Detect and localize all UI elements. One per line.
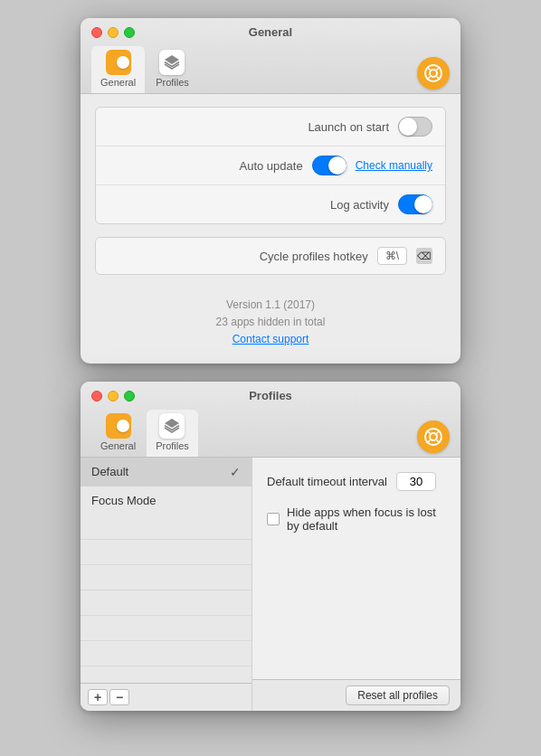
empty-row-5 — [81, 616, 252, 641]
profile-item-focus-mode-label: Focus Mode — [91, 494, 157, 507]
svg-point-7 — [430, 433, 437, 440]
hotkey-value: ⌘\ — [385, 250, 399, 262]
tab-general[interactable]: General — [91, 46, 145, 93]
version-section: Version 1.1 (2017) 23 apps hidden in tot… — [81, 288, 460, 364]
general-window: General General — [81, 18, 460, 364]
profiles-minimize-button[interactable] — [108, 391, 119, 402]
empty-row-3 — [81, 565, 252, 591]
profiles-lifebuoy-icon — [423, 427, 443, 447]
toggle-knob-3 — [414, 195, 432, 213]
donate-button[interactable] — [417, 57, 450, 90]
profile-item-default-label: Default — [91, 465, 128, 478]
launch-on-start-toggle[interactable] — [398, 117, 432, 137]
profiles-donate-button[interactable] — [417, 421, 450, 453]
empty-row-6 — [81, 641, 252, 666]
profile-selected-check-icon: ✓ — [230, 465, 241, 479]
empty-row-1 — [81, 515, 252, 540]
profiles-general-tab-icon — [106, 413, 131, 439]
profiles-close-button[interactable] — [91, 391, 102, 402]
auto-update-row: Auto update Check manually — [96, 146, 445, 185]
auto-update-toggle[interactable] — [312, 156, 346, 175]
log-activity-toggle[interactable] — [398, 194, 432, 214]
log-activity-row: Log activity — [96, 185, 445, 223]
version-text: Version 1.1 (2017) — [95, 297, 446, 314]
reset-all-profiles-button[interactable]: Reset all profiles — [346, 685, 450, 705]
profiles-main-container: Default timeout interval Hide apps when … — [252, 458, 460, 711]
profiles-window: Profiles General — [81, 382, 460, 711]
maximize-button[interactable] — [124, 27, 135, 38]
svg-point-1 — [430, 70, 437, 77]
timeout-row: Default timeout interval — [267, 472, 446, 491]
general-content: Launch on start Auto update Check manual… — [81, 107, 460, 364]
general-titlebar: General General — [81, 18, 460, 94]
hide-apps-label: Hide apps when focus is lost by default — [287, 506, 446, 533]
add-profile-button[interactable]: + — [88, 689, 108, 705]
hide-apps-checkbox[interactable] — [267, 513, 280, 525]
launch-on-start-label: Launch on start — [109, 120, 389, 134]
profiles-tab-icon — [159, 50, 185, 75]
profiles-profiles-tab-icon — [159, 413, 185, 439]
profiles-tab-profiles[interactable]: Profiles — [147, 410, 198, 457]
hotkey-section: Cycle profiles hotkey ⌘\ ⌫ — [95, 237, 446, 275]
profile-empty-rows — [81, 515, 252, 683]
profiles-general-tab-label: General — [100, 440, 136, 451]
toggle-knob-2 — [328, 156, 346, 175]
profiles-tab-label: Profiles — [156, 77, 189, 88]
profiles-sidebar-footer: + − — [81, 683, 252, 711]
layers-svg-icon — [163, 53, 181, 71]
profiles-sidebar: Default ✓ Focus Mode + − — [81, 458, 252, 711]
traffic-lights — [91, 27, 135, 38]
timeout-label: Default timeout interval — [267, 475, 387, 488]
general-toolbar: General Profiles — [91, 46, 450, 93]
profiles-main: Default timeout interval Hide apps when … — [252, 458, 460, 679]
profiles-tab-general[interactable]: General — [91, 410, 145, 457]
tab-profiles[interactable]: Profiles — [147, 46, 198, 93]
toggle-icon — [106, 54, 131, 71]
toggle-settings-section: Launch on start Auto update Check manual… — [95, 107, 446, 224]
profiles-toggle-icon — [106, 418, 131, 434]
empty-row-2 — [81, 540, 252, 565]
hotkey-display[interactable]: ⌘\ — [377, 247, 407, 265]
empty-row-4 — [81, 591, 252, 616]
toggle-knob — [399, 118, 417, 136]
toolbar-tabs-left: General Profiles — [91, 46, 198, 93]
profiles-toolbar-tabs-left: General Profiles — [91, 410, 198, 457]
profiles-profiles-tab-label: Profiles — [156, 440, 189, 451]
profiles-traffic-lights — [91, 391, 135, 402]
hotkey-clear-button[interactable]: ⌫ — [416, 248, 432, 264]
profiles-titlebar: Profiles General — [81, 382, 460, 458]
profiles-bottom-bar: Reset all profiles — [252, 679, 460, 711]
timeout-input[interactable] — [396, 472, 436, 491]
profile-item-focus-mode[interactable]: Focus Mode — [81, 487, 252, 515]
lifebuoy-icon — [423, 63, 443, 83]
general-window-title: General — [249, 25, 292, 39]
hotkey-label: Cycle profiles hotkey — [109, 250, 368, 263]
profiles-window-title: Profiles — [249, 389, 292, 402]
profiles-body: Default ✓ Focus Mode + − — [81, 458, 460, 711]
contact-support-link[interactable]: Contact support — [233, 333, 309, 345]
profiles-layers-svg-icon — [163, 417, 181, 435]
remove-profile-button[interactable]: − — [109, 689, 129, 705]
apps-hidden-text: 23 apps hidden in total — [95, 314, 446, 331]
remove-icon: − — [116, 690, 123, 704]
log-activity-label: Log activity — [109, 198, 389, 212]
general-tab-icon — [106, 50, 131, 75]
launch-on-start-row: Launch on start — [96, 108, 445, 146]
hotkey-clear-icon: ⌫ — [417, 250, 432, 262]
profiles-maximize-button[interactable] — [124, 391, 135, 402]
add-icon: + — [94, 690, 101, 704]
profile-item-default[interactable]: Default ✓ — [81, 458, 252, 487]
check-manually-link[interactable]: Check manually — [356, 159, 432, 172]
auto-update-label: Auto update — [109, 159, 303, 173]
hide-apps-row: Hide apps when focus is lost by default — [267, 506, 446, 533]
profiles-toolbar: General Profiles — [91, 410, 450, 457]
close-button[interactable] — [91, 27, 102, 38]
minimize-button[interactable] — [108, 27, 119, 38]
general-tab-label: General — [100, 77, 136, 88]
